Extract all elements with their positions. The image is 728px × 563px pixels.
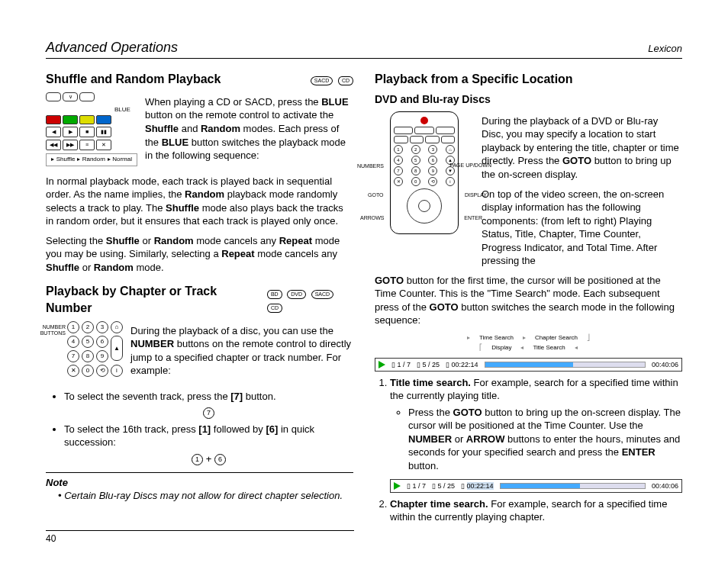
h3-dvd-bd: DVD and Blu-ray Discs [375, 92, 682, 107]
disc-badges-2: BD DVD SACD CD [265, 288, 353, 314]
h2-chapter: Playback by Chapter or Track Number [46, 283, 265, 316]
header-title: Advanced Operations [46, 38, 178, 56]
play-icon [394, 482, 401, 490]
p-loc-2a: On top of the video screen, the on-scree… [482, 188, 682, 268]
header-brand: Lexicon [648, 42, 682, 56]
p-loc-2b: GOTO button for the first time, the curs… [375, 274, 682, 327]
disc-badges: SACD CD [308, 73, 353, 87]
h2-location: Playback from a Specific Location [375, 71, 682, 88]
key-6-icon: 6 [214, 454, 226, 465]
page-number: 40 [46, 530, 354, 545]
remote-diagram-colors: ∨ ◀▶■▮▮ ◀◀▶▶≡✕ BLUE ▸Shuffle▸Random▸Norm… [46, 92, 137, 169]
li-track7: To select the seventh track, press the [… [64, 390, 353, 420]
dvd-icon: DVD [287, 290, 306, 299]
p-shuffle-2: In normal playback mode, each track is p… [46, 175, 353, 228]
li-title-search-sub: Press the GOTO button to bring up the on… [408, 406, 682, 473]
play-icon [378, 361, 385, 368]
osd-bar-2: ▯ 1 / 7 ▯ 5 / 25 ▯ 00:22:14 00:40:06 [390, 479, 682, 493]
bd-icon: BD [267, 290, 282, 299]
p-chapter-intro: During the playback of a disc, you can u… [130, 324, 353, 378]
sacd-icon: SACD [311, 76, 333, 85]
li-title-search: Title time search. For example, search f… [390, 376, 682, 493]
numpad-diagram: NUMBER BUTTONS 123⌂ 456▲ 789 ✕0⟲i [46, 321, 123, 384]
p-shuffle-3: Selecting the Shuffle or Random mode can… [46, 234, 353, 275]
mode-sequence: ▸Shuffle▸Random▸Normal [46, 153, 137, 166]
blue-label: BLUE [114, 106, 130, 114]
search-sequence: ▸Time Search▸Chapter Search⎦ ⎡Display◂Ti… [375, 333, 682, 353]
li-chapter-search: Chapter time search. For example, search… [390, 497, 682, 524]
li-track16: To select the 16th track, press [1] foll… [64, 423, 353, 466]
key-7-icon: 7 [203, 407, 214, 419]
cd-icon: CD [267, 304, 282, 313]
note-heading: Note [46, 472, 353, 490]
sacd-icon: SACD [311, 290, 333, 299]
h2-shuffle: Shuffle and Random Playback [46, 71, 221, 88]
p-loc-1: During the playback of a DVD or Blu-ray … [482, 114, 682, 182]
osd-bar-1: ▯ 1 / 7 ▯ 5 / 25 ▯ 00:22:14 00:40:06 [375, 358, 682, 372]
p-shuffle-intro: When playing a CD or SACD, press the BLU… [145, 95, 353, 162]
cd-icon: CD [338, 76, 353, 85]
remote-diagram-full: 123⌂ 456▲ 789▼ ✕0⟲i NUMBERS GOTO ARROWS … [375, 111, 474, 268]
key-1-icon: 1 [192, 454, 203, 465]
note-body: • Certain Blu-ray Discs may not allow fo… [58, 489, 353, 503]
